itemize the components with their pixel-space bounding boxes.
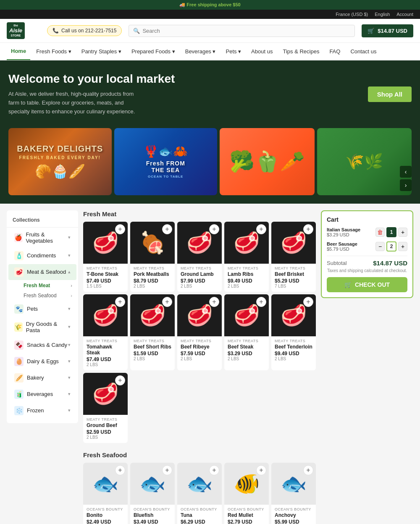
sub-item-fresh-seafood[interactable]: Fresh Seafood ›	[7, 291, 78, 301]
nav-faq[interactable]: FAQ	[325, 43, 344, 60]
cart-button[interactable]: 🛒 $14.87 USD	[362, 24, 413, 37]
logo[interactable]: the Aisle STORE	[7, 22, 40, 39]
sidebar-item-meat[interactable]: 🥩 Meat & Seafood ▴	[8, 264, 76, 280]
nav-beverages[interactable]: Beverages ▾	[181, 43, 220, 60]
nav-home[interactable]: Home	[7, 43, 30, 60]
nav-pantry-staples[interactable]: Pantry Staples ▾	[77, 43, 126, 60]
product-bonito[interactable]: 🐟 + OCEAN'S BOUNTY Bonito $2.49 USD 2 LB…	[83, 463, 128, 524]
cart-title: Cart	[327, 216, 407, 223]
increase-italian-sausage-btn[interactable]: +	[398, 228, 407, 237]
sidebar-item-dairy[interactable]: 🥚 Dairy & Eggs ▾	[8, 354, 76, 369]
cart-item-italian-sausage: Italian Sausage $3.29 USD 🗑 1 +	[327, 227, 407, 237]
nav-fresh-foods[interactable]: Fresh Foods ▾	[32, 43, 76, 60]
short-ribs-price: $1.59 USD	[134, 351, 171, 356]
product-tuna[interactable]: 🐟 + OCEAN'S BOUNTY Tuna $6.29 USD 2 LBS	[177, 463, 222, 524]
banner-bakery[interactable]: BAKERY DELIGHTS FRESHLY BAKED EVERY DAY!…	[8, 128, 112, 195]
product-beef-steak[interactable]: 🥩 + MEATY TREATS Beef Steak $3.29 USD 2 …	[224, 294, 269, 370]
pets-icon: 🐾	[14, 304, 24, 314]
fresh-seafood-grid: 🐟 + OCEAN'S BOUNTY Bonito $2.49 USD 2 LB…	[83, 463, 316, 524]
bluefish-brand: OCEAN'S BOUNTY	[134, 507, 171, 511]
add-anchovy-btn[interactable]: +	[303, 465, 313, 475]
add-meatballs-btn[interactable]: +	[162, 224, 172, 234]
product-ground-beef[interactable]: 🥩 + MEATY TREATS Ground Beef $2.59 USD 2…	[83, 373, 128, 443]
search-input[interactable]	[142, 28, 350, 34]
shop-all-button[interactable]: Shop All	[368, 86, 412, 102]
increase-beer-sausage-btn[interactable]: +	[398, 242, 407, 251]
sub-item-fresh-meat[interactable]: Fresh Meat ›	[7, 280, 78, 291]
free-shipping-text: 🚚 Free shipping above $50	[179, 2, 240, 7]
add-ribeye-btn[interactable]: +	[209, 297, 219, 307]
banner-veggie[interactable]: 🥦🫑🥕	[220, 128, 315, 195]
decrease-beer-sausage-btn[interactable]: −	[375, 242, 385, 251]
banner-sea[interactable]: 🦞🐟🦀 Fresh FROMTHE SEA OCEAN TO TABLE	[114, 128, 218, 195]
add-beef-steak-btn[interactable]: +	[256, 297, 266, 307]
product-lamb-ribs[interactable]: 🥩 + MEATY TREATS Lamb Ribs $9.49 USD 2 L…	[224, 222, 269, 292]
add-red-mullet-btn[interactable]: +	[256, 465, 266, 475]
add-ground-lamb-btn[interactable]: +	[209, 224, 219, 234]
add-brisket-btn[interactable]: +	[303, 224, 313, 234]
anchovy-price: $5.99 USD	[275, 519, 312, 524]
condiments-label: Condiments	[27, 252, 56, 259]
sidebar-item-dry-goods[interactable]: 🌾 Dry Goods & Pasta ▾	[8, 317, 76, 337]
nav-about-us[interactable]: About us	[247, 43, 277, 60]
banner-field[interactable]: 🌾🌿	[317, 128, 412, 195]
meatballs-name: Pork Meatballs	[134, 271, 171, 277]
phone-badge[interactable]: 📞 Call us on 212-221-7515	[47, 25, 122, 36]
remove-italian-sausage-btn[interactable]: 🗑	[375, 228, 385, 237]
content-area: Fresh Meat 🥩 + MEATY TREATS T-Bone Steak…	[83, 210, 316, 524]
add-short-ribs-btn[interactable]: +	[162, 297, 172, 307]
subtotal-amount: $14.87 USD	[373, 259, 407, 267]
tenderloin-weight: 2 LBS	[275, 356, 312, 361]
sidebar-item-pets[interactable]: 🐾 Pets ▾	[8, 301, 76, 317]
product-tbone[interactable]: 🥩 + MEATY TREATS T-Bone Steak $7.49 USD …	[83, 222, 128, 292]
nav-contact[interactable]: Contact us	[346, 43, 381, 60]
sidebar-item-condiments[interactable]: 🧴 Condiments ▾	[8, 248, 76, 264]
phone-icon: 📞	[52, 28, 59, 34]
dry-goods-label: Dry Goods & Pasta	[26, 321, 68, 333]
product-tenderloin[interactable]: 🥩 + MEATY TREATS Beef Tenderloin $9.49 U…	[271, 294, 316, 370]
add-tuna-btn[interactable]: +	[209, 465, 219, 475]
add-bluefish-btn[interactable]: +	[162, 465, 172, 475]
snacks-icon: 🍫	[14, 341, 24, 350]
checkout-label: CHECK OUT	[355, 281, 390, 288]
add-ground-beef-btn[interactable]: +	[115, 375, 125, 385]
sidebar-item-beverages[interactable]: 🧃 Beverages ▾	[8, 386, 76, 402]
meat-icon: 🥩	[14, 267, 24, 277]
add-tbone-btn[interactable]: +	[115, 224, 125, 234]
add-tomahawk-btn[interactable]: +	[115, 297, 125, 307]
sidebar-item-frozen[interactable]: ❄️ Frozen ▾	[8, 403, 76, 419]
nav-prepared-foods[interactable]: Prepared Foods ▾	[127, 43, 179, 60]
product-beef-brisket[interactable]: 🥩 + MEATY TREATS Beef Brisket $5.29 USD …	[271, 222, 316, 292]
product-tomahawk[interactable]: 🥩 + MEATY TREATS Tomahawk Steak $7.49 US…	[83, 294, 128, 370]
subtotal-label: Subtotal	[327, 260, 347, 266]
search-box[interactable]: 🔍	[129, 25, 355, 37]
dry-goods-chevron: ▾	[68, 324, 71, 330]
cart-box: Cart Italian Sausage $3.29 USD 🗑 1 + Bee…	[321, 210, 413, 298]
carousel-prev[interactable]: ‹	[400, 166, 412, 178]
account-link[interactable]: Account	[396, 12, 413, 17]
product-meatballs[interactable]: 🍖 + MEATY TREATS Pork Meatballs $8.79 US…	[130, 222, 175, 292]
nav-pets[interactable]: Pets ▾	[221, 43, 245, 60]
hero-description: At Aisle, we deliver fresh, high-quality…	[8, 90, 143, 116]
carousel-next[interactable]: ›	[400, 179, 412, 191]
add-bonito-btn[interactable]: +	[115, 465, 125, 475]
add-tenderloin-btn[interactable]: +	[303, 297, 313, 307]
product-short-ribs[interactable]: 🥩 + MEATY TREATS Beef Short Ribs $1.59 U…	[130, 294, 175, 370]
product-red-mullet[interactable]: 🐠 + OCEAN'S BOUNTY Red Mullet $2.79 USD …	[224, 463, 269, 524]
sidebar-item-fruits[interactable]: 🍎 Fruits & Vegetables ▾	[8, 228, 76, 247]
product-ground-lamb[interactable]: 🥩 + MEATY TREATS Ground Lamb $7.99 USD 2…	[177, 222, 222, 292]
checkout-button[interactable]: 🛒 CHECK OUT	[327, 277, 407, 292]
dairy-label: Dairy & Eggs	[27, 358, 59, 364]
product-anchovy[interactable]: 🐟 + OCEAN'S BOUNTY Anchovy $5.99 USD 2 L…	[271, 463, 316, 524]
short-ribs-name: Beef Short Ribs	[134, 344, 171, 350]
condiments-icon: 🧴	[14, 251, 24, 260]
product-bluefish[interactable]: 🐟 + OCEAN'S BOUNTY Bluefish $3.49 USD 2 …	[130, 463, 175, 524]
sidebar-item-snacks[interactable]: 🍫 Snacks & Candy ▾	[8, 337, 76, 353]
sidebar-item-bakery[interactable]: 🥖 Bakery ▾	[8, 370, 76, 386]
nav-tips-recipes[interactable]: Tips & Recipes	[278, 43, 323, 60]
region-selector[interactable]: France (USD $)	[336, 12, 368, 17]
beef-steak-brand: MEATY TREATS	[228, 339, 265, 343]
add-lamb-ribs-btn[interactable]: +	[256, 224, 266, 234]
language-selector[interactable]: English	[375, 12, 390, 17]
product-ribeye[interactable]: 🥩 + MEATY TREATS Beef Ribeye $7.59 USD 2…	[177, 294, 222, 370]
